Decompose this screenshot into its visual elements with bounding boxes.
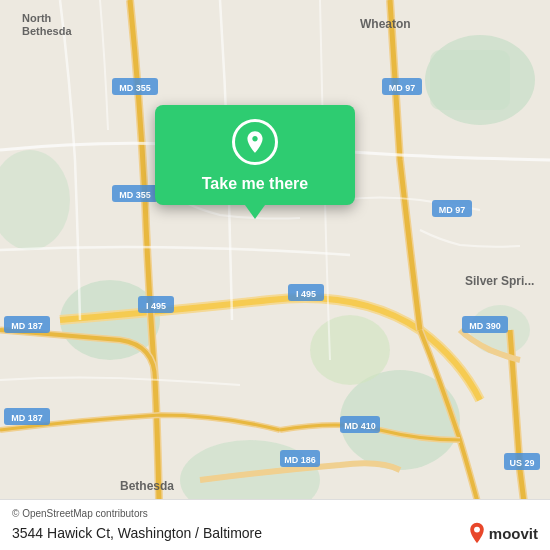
svg-point-5 <box>310 315 390 385</box>
popup-card[interactable]: Take me there <box>155 105 355 205</box>
moovit-logo: moovit <box>468 522 538 544</box>
svg-text:Silver Spri...: Silver Spri... <box>465 274 534 288</box>
svg-text:MD 186: MD 186 <box>284 455 316 465</box>
address-line: 3544 Hawick Ct, Washington / Baltimore m… <box>12 522 538 544</box>
svg-text:MD 410: MD 410 <box>344 421 376 431</box>
svg-text:MD 355: MD 355 <box>119 190 151 200</box>
map-background: I 495 I 495 MD 355 MD 355 MD 97 MD 97 MD… <box>0 0 550 550</box>
svg-text:MD 187: MD 187 <box>11 413 43 423</box>
osm-credit: © OpenStreetMap contributors <box>12 508 538 519</box>
map-container: I 495 I 495 MD 355 MD 355 MD 97 MD 97 MD… <box>0 0 550 550</box>
svg-text:North: North <box>22 12 52 24</box>
bottom-bar: © OpenStreetMap contributors 3544 Hawick… <box>0 499 550 550</box>
moovit-text: moovit <box>489 525 538 542</box>
svg-text:Wheaton: Wheaton <box>360 17 411 31</box>
svg-text:MD 97: MD 97 <box>389 83 416 93</box>
svg-text:MD 97: MD 97 <box>439 205 466 215</box>
moovit-pin-icon <box>468 522 486 544</box>
svg-text:US 29: US 29 <box>509 458 534 468</box>
svg-text:I 495: I 495 <box>146 301 166 311</box>
svg-text:MD 187: MD 187 <box>11 321 43 331</box>
pin-icon-circle <box>232 119 278 165</box>
svg-text:MD 390: MD 390 <box>469 321 501 331</box>
popup-label: Take me there <box>202 175 308 193</box>
svg-point-38 <box>474 527 480 533</box>
svg-rect-8 <box>430 50 510 110</box>
address-text: 3544 Hawick Ct, Washington / Baltimore <box>12 525 262 541</box>
pin-icon <box>242 129 268 155</box>
svg-text:I 495: I 495 <box>296 289 316 299</box>
svg-text:MD 355: MD 355 <box>119 83 151 93</box>
svg-text:Bethesda: Bethesda <box>120 479 174 493</box>
svg-text:Bethesda: Bethesda <box>22 25 72 37</box>
